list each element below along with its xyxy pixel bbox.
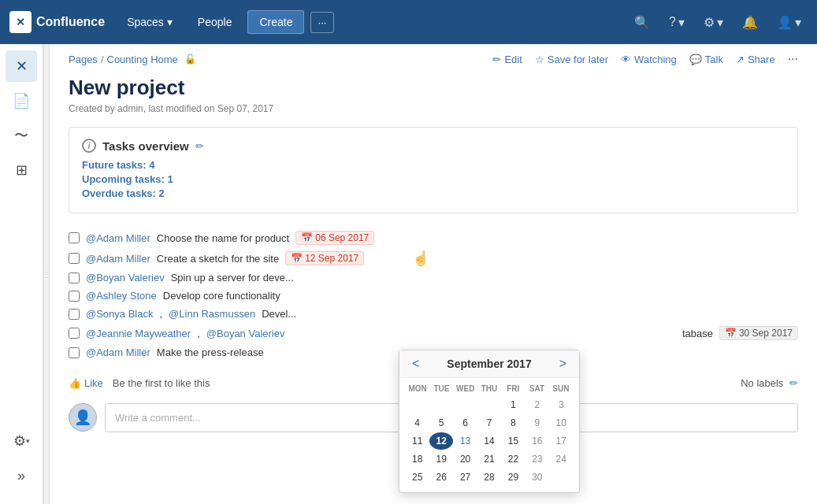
sidebar-drag-handle[interactable]: ⋮ [43,44,50,504]
calendar-day-19[interactable]: 19 [429,450,452,468]
edit-link[interactable]: ✏ Edit [492,54,522,65]
task-checkbox-2[interactable] [69,253,80,264]
task-checkbox-5[interactable] [69,309,80,320]
task-user-5b[interactable]: @Linn Rasmussen [169,308,255,320]
calendar-day-24[interactable]: 24 [550,450,573,468]
calendar-day-16[interactable]: 16 [525,432,548,450]
breadcrumb-page-link[interactable]: Counting Home [107,54,178,65]
calendar-day-29[interactable]: 29 [502,469,525,486]
talk-link[interactable]: 💬 Talk [689,54,723,65]
task-user-3[interactable]: @Boyan Valeriev [86,272,165,284]
task-user-1[interactable]: @Adam Miller [86,232,150,244]
calendar-day-12[interactable]: 12 [429,432,452,450]
calendar-day-6[interactable]: 6 [454,414,477,432]
breadcrumb: Pages / Counting Home 🔓 [69,54,196,65]
logo-text: Confluence [36,15,105,29]
calendar-day-13[interactable]: 13 [454,432,477,450]
search-button[interactable]: 🔍 [628,10,656,35]
user-chevron-icon: ▾ [795,15,801,30]
settings-nav-button[interactable]: ⚙ ▾ [697,10,730,35]
sidebar-settings-icon[interactable]: ⚙ ▾ [6,425,37,457]
task-item: @Jeannie Mayweather , @Boyan Valeriev ta… [69,323,798,343]
task-checkbox-1[interactable] [69,232,80,243]
task-date-2[interactable]: 📅 12 Sep 2017 [285,251,364,265]
calendar-day-28[interactable]: 28 [477,469,500,486]
gear-icon: ⚙ [704,15,715,30]
calendar-icon-1: 📅 [301,232,313,243]
share-link[interactable]: ↗ Share [736,54,775,65]
task-user-5a[interactable]: @Sonya Black [86,308,153,320]
task-checkbox-3[interactable] [69,272,80,284]
breadcrumb-pages-link[interactable]: Pages [69,54,98,65]
calendar-day-18[interactable]: 18 [406,450,429,468]
calendar-day-26[interactable]: 26 [429,469,452,486]
task-user-6a[interactable]: @Jeannie Mayweather [86,328,191,339]
calendar-day-20[interactable]: 20 [454,450,477,468]
no-labels-edit-icon[interactable]: ✏ [789,377,798,389]
save-for-later-link[interactable]: ☆ Save for later [535,54,608,65]
calendar-day-4[interactable]: 4 [406,414,429,432]
like-button[interactable]: 👍 Like [69,377,103,389]
left-sidebar: ✕ 📄 〜 ⊞ ⚙ ▾ » [0,44,43,504]
notifications-button[interactable]: 🔔 [736,10,764,35]
calendar-day-22[interactable]: 22 [502,450,525,468]
calendar-day-2[interactable]: 2 [525,396,548,413]
help-button[interactable]: ? ▾ [663,10,691,35]
page-header: New project Created by admin, last modif… [50,66,817,120]
spaces-nav-button[interactable]: Spaces ▾ [117,11,182,33]
calendar-day-11[interactable]: 11 [406,432,429,450]
calendar-day-17[interactable]: 17 [550,432,573,450]
breadcrumb-separator: / [101,54,104,65]
sidebar-hierarchy-icon[interactable]: ⊞ [6,154,37,186]
tasks-overview-edit-icon[interactable]: ✏ [195,140,204,152]
calendar-day-10[interactable]: 10 [550,414,573,432]
calendar-days-header: MON TUE WED THU FRI SAT SUN [406,381,573,396]
calendar-day-14[interactable]: 14 [477,432,500,450]
calendar-day-1[interactable]: 1 [502,396,525,413]
sidebar-pages-icon[interactable]: 📄 [6,85,37,117]
upcoming-tasks-stat: Upcoming tasks: 1 [82,173,785,185]
calendar-day-5[interactable]: 5 [429,414,452,432]
calendar-day-30[interactable]: 30 [525,469,548,486]
tasks-overview-header: i Tasks overview ✏ [82,139,785,153]
calendar-day-15[interactable]: 15 [502,432,525,450]
task-user-4[interactable]: @Ashley Stone [86,290,157,302]
task-item: @Sonya Black , @Linn Rasmussen Devel... [69,305,798,323]
sidebar-expand-icon[interactable]: » [6,460,37,491]
calendar-day-27[interactable]: 27 [454,469,477,486]
calendar-prev-button[interactable]: < [409,357,422,371]
people-nav-button[interactable]: People [188,11,242,33]
top-nav: ✕ Confluence Spaces ▾ People Create ··· … [0,0,817,44]
people-label: People [198,16,232,28]
calendar-day-9[interactable]: 9 [525,414,548,432]
calendar-day-8[interactable]: 8 [502,414,525,432]
spaces-chevron-icon: ▾ [167,16,173,28]
nav-more-button[interactable]: ··· [310,12,333,33]
sidebar-home-icon[interactable]: ✕ [6,50,37,82]
lock-icon: 🔓 [184,54,196,65]
calendar-day-23[interactable]: 23 [525,450,548,468]
calendar-next-button[interactable]: > [556,357,570,371]
task-user-6b[interactable]: @Boyan Valeriev [206,328,285,339]
watching-link[interactable]: 👁 Watching [621,54,677,65]
spaces-label: Spaces [127,16,164,28]
calendar-day-21[interactable]: 21 [477,450,500,468]
user-menu-button[interactable]: 👤 ▾ [771,10,808,35]
calendar-day-7[interactable]: 7 [477,414,500,432]
page-title: New project [69,76,798,100]
logo-area: ✕ Confluence [9,11,105,33]
task-text-2: Create a sketch for the site [157,253,279,265]
calendar-day-3[interactable]: 3 [550,396,573,413]
actions-more-button[interactable]: ··· [788,52,798,66]
page-meta: Created by admin, last modified on Sep 0… [69,103,798,114]
calendar-day-25[interactable]: 25 [406,469,429,486]
task-checkbox-7[interactable] [69,347,80,358]
sidebar-feed-icon[interactable]: 〜 [6,120,37,151]
task-checkbox-6[interactable] [69,328,80,339]
task-list: @Adam Miller Choose the name for product… [50,220,817,369]
create-button[interactable]: Create [247,10,304,34]
avatar: 👤 [69,403,97,432]
task-checkbox-4[interactable] [69,291,80,302]
task-user-7[interactable]: @Adam Miller [86,346,150,358]
task-user-2[interactable]: @Adam Miller [86,253,150,265]
